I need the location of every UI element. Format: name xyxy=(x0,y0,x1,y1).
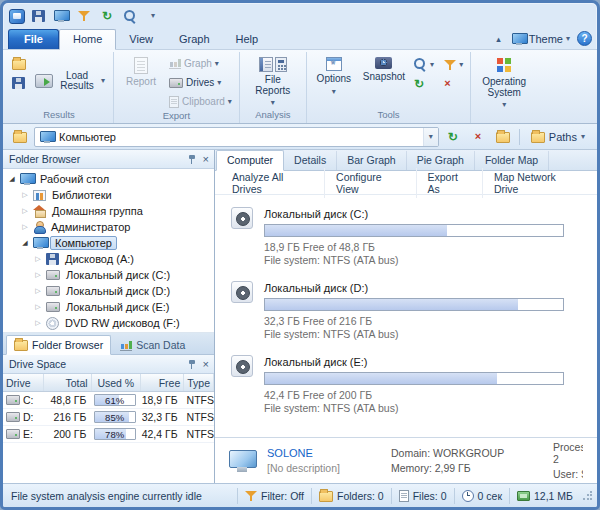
tree-item-label: Домашняя группа xyxy=(49,205,146,217)
expand-icon[interactable]: ▷ xyxy=(20,191,30,199)
tree-item[interactable]: ◢Компьютер xyxy=(3,235,214,251)
expand-icon[interactable]: ▷ xyxy=(33,287,43,295)
pin-icon[interactable] xyxy=(188,359,197,370)
tab-home[interactable]: Home xyxy=(59,29,116,50)
column-header-used[interactable]: Used % xyxy=(92,374,141,391)
save-results-button[interactable] xyxy=(9,74,29,91)
folder-icon xyxy=(531,132,545,143)
tree-item[interactable]: ▷Домашняя группа xyxy=(3,203,214,219)
export-clipboard-button[interactable]: Clipboard▾ xyxy=(166,93,235,110)
configure-view-link[interactable]: Configure View xyxy=(325,168,416,198)
map-network-drive-link[interactable]: Map Network Drive xyxy=(483,168,591,198)
expand-icon[interactable]: ◢ xyxy=(7,175,17,183)
folder-up-button[interactable] xyxy=(9,127,31,147)
export-as-link[interactable]: Export As xyxy=(417,168,483,198)
drive-usage-bar xyxy=(264,224,564,237)
qat-filter-button[interactable] xyxy=(74,7,94,25)
panel-filler xyxy=(3,443,214,483)
tree-item[interactable]: ▷Локальный диск (D:) xyxy=(3,283,214,299)
column-header-type[interactable]: Type xyxy=(184,374,214,391)
tree-item[interactable]: ▷Библиотеки xyxy=(3,187,214,203)
tool-filter-button[interactable]: ▾ xyxy=(441,56,466,73)
close-icon[interactable]: × xyxy=(203,359,209,370)
tree-item[interactable]: ▷Дисковод (A:) xyxy=(3,251,214,267)
drive-item[interactable]: Локальный диск (D:)32,3 ГБ Free of 216 Г… xyxy=(231,281,597,341)
export-drives-button[interactable]: Drives▾ xyxy=(166,74,235,91)
tab-scan-data[interactable]: Scan Data xyxy=(113,337,192,354)
expand-icon[interactable]: ▷ xyxy=(20,223,30,231)
column-header-total[interactable]: Total xyxy=(44,374,91,391)
tool-refresh-button[interactable]: ↻ xyxy=(411,75,437,92)
expand-icon[interactable]: ▷ xyxy=(33,319,43,327)
drive-item[interactable]: Локальный диск (C:)18,9 ГБ Free of 48,8 … xyxy=(231,207,597,267)
export-clipboard-label: Clipboard xyxy=(182,96,225,107)
location-combobox[interactable]: Компьютер ▾ xyxy=(34,127,439,147)
tool-delete-button[interactable]: × xyxy=(441,75,466,92)
drives-list: Локальный диск (C:)18,9 ГБ Free of 48,8 … xyxy=(215,195,597,437)
help-button[interactable]: ? xyxy=(577,31,592,46)
qat-save-button[interactable] xyxy=(28,7,48,25)
ribbon-collapse-button[interactable]: ▴ xyxy=(492,33,505,45)
disk-drive-icon xyxy=(231,281,253,303)
pin-icon[interactable] xyxy=(188,154,197,165)
qat-customize-button[interactable]: ▾ xyxy=(143,7,163,25)
tree-item[interactable]: ▷Администратор xyxy=(3,219,214,235)
export-graph-label: Graph xyxy=(184,58,212,69)
options-button[interactable]: Options ▾ xyxy=(311,53,357,109)
status-filter[interactable]: Filter: Off xyxy=(237,488,311,504)
qat-search-button[interactable] xyxy=(120,7,140,25)
column-header-free[interactable]: Free xyxy=(141,374,184,391)
tab-help[interactable]: Help xyxy=(223,30,272,49)
app-icon[interactable] xyxy=(9,9,25,24)
drive-item[interactable]: Локальный диск (E:)42,4 ГБ Free of 200 Г… xyxy=(231,355,597,415)
drive-space-row[interactable]: E:200 ГБ78%42,4 ГБNTFS xyxy=(3,426,214,443)
export-graph-button[interactable]: Graph▾ xyxy=(166,55,235,72)
chevron-down-icon: ▾ xyxy=(151,12,155,20)
operating-system-button[interactable]: Operating System ▾ xyxy=(475,53,533,110)
file-reports-button[interactable]: File Reports ▾ xyxy=(244,53,302,109)
tab-folder-browser[interactable]: Folder Browser xyxy=(6,335,111,355)
report-button[interactable]: Report xyxy=(118,53,164,110)
refresh-button[interactable]: ↻ xyxy=(442,127,464,147)
combo-dropdown-button[interactable]: ▾ xyxy=(423,128,438,146)
chevron-down-icon: ▾ xyxy=(566,35,570,43)
stop-button[interactable]: × xyxy=(467,127,489,147)
paths-button[interactable]: Paths ▾ xyxy=(525,128,591,145)
ribbon-group-os: Operating System ▾ xyxy=(470,52,537,123)
expand-icon[interactable]: ▷ xyxy=(33,303,43,311)
close-icon[interactable]: × xyxy=(203,154,209,165)
tool-search-button[interactable]: ▾ xyxy=(411,56,437,73)
folder-browser-tab-label: Folder Browser xyxy=(32,339,103,351)
browse-button[interactable] xyxy=(492,127,514,147)
resize-grip[interactable] xyxy=(582,490,593,501)
open-results-button[interactable] xyxy=(9,55,29,72)
expand-icon[interactable]: ▷ xyxy=(33,271,43,279)
tree-item[interactable]: ▷Локальный диск (C:) xyxy=(3,267,214,283)
qat-computer-button[interactable] xyxy=(51,7,71,25)
load-results-button[interactable]: Load Results ▾ xyxy=(31,53,109,109)
tree-item[interactable]: ▷DVD RW дисковод (F:) xyxy=(3,315,214,331)
column-header-drive[interactable]: Drive xyxy=(3,374,44,391)
theme-button[interactable]: Theme ▾ xyxy=(512,33,570,45)
computer-name[interactable]: SOLONE xyxy=(267,447,379,459)
tab-graph[interactable]: Graph xyxy=(166,30,223,49)
drive-space-row[interactable]: D:216 ГБ85%32,3 ГБNTFS xyxy=(3,409,214,426)
expand-icon[interactable]: ▷ xyxy=(33,255,43,263)
expand-icon[interactable]: ◢ xyxy=(20,239,30,247)
tab-file[interactable]: File xyxy=(8,29,59,49)
hdd-icon xyxy=(46,286,60,296)
tree-item[interactable]: ▷Локальный диск (E:) xyxy=(3,299,214,315)
options-label: Options xyxy=(317,74,351,85)
expand-icon[interactable]: ▷ xyxy=(20,207,30,215)
tab-view[interactable]: View xyxy=(116,30,166,49)
chevron-down-icon: ▾ xyxy=(581,133,585,141)
app-window: ↻ ▾ File Home View Graph Help ▴ Theme ▾ … xyxy=(0,0,600,510)
file-icon xyxy=(399,490,409,502)
disk-drive-icon xyxy=(231,355,253,377)
tree-item[interactable]: ◢Рабочий стол xyxy=(3,171,214,187)
qat-refresh-button[interactable]: ↻ xyxy=(97,7,117,25)
drive-space-row[interactable]: C:48,8 ГБ61%18,9 ГБNTFS xyxy=(3,392,214,409)
snapshot-button[interactable]: Snapshot xyxy=(359,53,409,109)
drive-usage-bar xyxy=(264,298,564,311)
analyze-all-drives-link[interactable]: Analyze All Drives xyxy=(221,168,325,198)
